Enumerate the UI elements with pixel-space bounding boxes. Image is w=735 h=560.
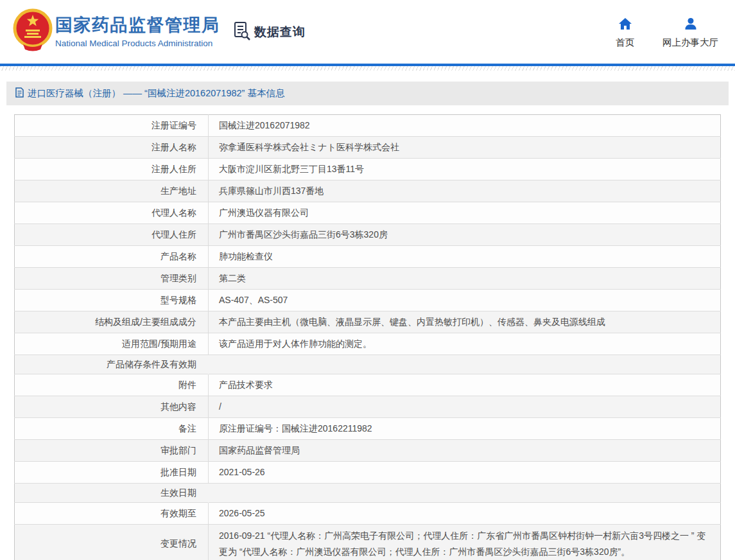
nav-home-label: 首页: [616, 37, 634, 49]
row-label: 型号规格: [15, 290, 209, 311]
row-label: 产品名称: [15, 246, 209, 268]
row-value: 广州市番禺区沙头街嘉品三街6号3栋320房: [209, 224, 721, 246]
table-row: 产品名称肺功能检查仪: [15, 246, 721, 268]
row-label: 管理类别: [15, 268, 209, 290]
hatch-texture-strip: [0, 66, 735, 71]
row-label: 有效期至: [15, 503, 209, 525]
table-row: 生效日期: [15, 484, 721, 503]
row-value: AS-407、AS-507: [209, 290, 721, 311]
row-value: 国械注进20162071982: [209, 115, 721, 137]
user-icon: [684, 17, 698, 33]
row-label: 注册人住所: [15, 159, 209, 180]
info-table-body: 注册证编号国械注进20162071982注册人名称弥拿通医科学株式会社ミナト医科…: [15, 115, 721, 560]
org-name-en: National Medical Products Administration: [55, 39, 220, 48]
document-icon: [15, 87, 24, 100]
row-value: 大阪市淀川区新北野三丁目13番11号: [209, 159, 721, 180]
row-value: 第二类: [209, 268, 721, 290]
nav-item-home[interactable]: 首页: [616, 17, 634, 49]
table-row: 代理人名称广州澳迅仪器有限公司: [15, 202, 721, 224]
row-value: 2026-05-25: [209, 503, 721, 525]
info-table: 注册证编号国械注进20162071982注册人名称弥拿通医科学株式会社ミナト医科…: [14, 114, 721, 560]
row-value: 肺功能检查仪: [209, 246, 721, 268]
row-label: 附件: [15, 374, 209, 396]
row-label: 变更情况: [15, 525, 209, 560]
row-label: 适用范围/预期用途: [15, 333, 209, 355]
table-row: 审批部门国家药品监督管理局: [15, 440, 721, 462]
data-query-icon: [233, 21, 251, 43]
site-title-block: 国家药品监督管理局 National Medical Products Admi…: [55, 13, 220, 48]
national-emblem-icon: [12, 8, 54, 53]
row-value: 2021-05-26: [209, 462, 721, 484]
row-label: 结构及组成/主要组成成分: [15, 311, 209, 333]
nav-service-hall-label: 网上办事大厅: [662, 37, 718, 49]
row-value: 弥拿通医科学株式会社ミナト医科学株式会社: [209, 137, 721, 159]
row-value: 2016-09-21 “代理人名称：广州高荣电子有限公司；代理人住所：广东省广州…: [209, 525, 721, 560]
table-row: 产品储存条件及有效期: [15, 355, 721, 374]
table-row: 变更情况2016-09-21 “代理人名称：广州高荣电子有限公司；代理人住所：广…: [15, 525, 721, 560]
row-label: 产品储存条件及有效期: [15, 355, 209, 374]
row-value: [209, 484, 721, 503]
table-row: 生产地址兵庫県篠山市川西137番地: [15, 180, 721, 202]
row-value: 广州澳迅仪器有限公司: [209, 202, 721, 224]
national-emblem-logo: [12, 8, 54, 53]
row-label: 备注: [15, 418, 209, 440]
table-row: 代理人住所广州市番禺区沙头街嘉品三街6号3栋320房: [15, 224, 721, 246]
table-row: 其他内容/: [15, 396, 721, 418]
row-label: 注册人名称: [15, 137, 209, 159]
top-nav: 首页 网上办事大厅: [616, 17, 718, 49]
site-header: 国家药品监督管理局 National Medical Products Admi…: [0, 0, 735, 64]
row-value: 兵庫県篠山市川西137番地: [209, 180, 721, 202]
table-row: 注册人住所大阪市淀川区新北野三丁目13番11号: [15, 159, 721, 180]
data-query-section: 数据查询: [233, 21, 306, 43]
row-label: 其他内容: [15, 396, 209, 418]
table-row: 附件产品技术要求: [15, 374, 721, 396]
table-row: 适用范围/预期用途该产品适用于对人体作肺功能的测定。: [15, 333, 721, 355]
row-label: 代理人住所: [15, 224, 209, 246]
row-value: 该产品适用于对人体作肺功能的测定。: [209, 333, 721, 355]
row-value: [209, 355, 721, 374]
nav-item-service-hall[interactable]: 网上办事大厅: [662, 17, 718, 49]
data-query-label: 数据查询: [254, 24, 306, 40]
table-row: 结构及组成/主要组成成分本产品主要由主机（微电脑、液晶显示屏、键盘、内置热敏打印…: [15, 311, 721, 333]
table-row: 注册证编号国械注进20162071982: [15, 115, 721, 137]
registration-info-section: 注册证编号国械注进20162071982注册人名称弥拿通医科学株式会社ミナト医科…: [14, 114, 721, 560]
table-row: 备注原注册证编号：国械注进20162211982: [15, 418, 721, 440]
row-label: 注册证编号: [15, 115, 209, 137]
table-row: 注册人名称弥拿通医科学株式会社ミナト医科学株式会社: [15, 137, 721, 159]
breadcrumb: 进口医疗器械（注册） —— “国械注进20162071982” 基本信息: [6, 82, 729, 105]
row-label: 批准日期: [15, 462, 209, 484]
row-label: 审批部门: [15, 440, 209, 462]
breadcrumb-text: 进口医疗器械（注册） —— “国械注进20162071982” 基本信息: [28, 87, 284, 100]
row-value: 本产品主要由主机（微电脑、液晶显示屏、键盘、内置热敏打印机）、传感器、鼻夹及电源…: [209, 311, 721, 333]
table-row: 有效期至2026-05-25: [15, 503, 721, 525]
table-row: 型号规格AS-407、AS-507: [15, 290, 721, 311]
row-value: 原注册证编号：国械注进20162211982: [209, 418, 721, 440]
row-value: /: [209, 396, 721, 418]
table-row: 批准日期2021-05-26: [15, 462, 721, 484]
row-value: 国家药品监督管理局: [209, 440, 721, 462]
row-label: 生效日期: [15, 484, 209, 503]
org-name-cn: 国家药品监督管理局: [55, 13, 220, 37]
home-icon: [618, 17, 632, 33]
row-label: 生产地址: [15, 180, 209, 202]
row-value: 产品技术要求: [209, 374, 721, 396]
row-label: 代理人名称: [15, 202, 209, 224]
table-row: 管理类别第二类: [15, 268, 721, 290]
